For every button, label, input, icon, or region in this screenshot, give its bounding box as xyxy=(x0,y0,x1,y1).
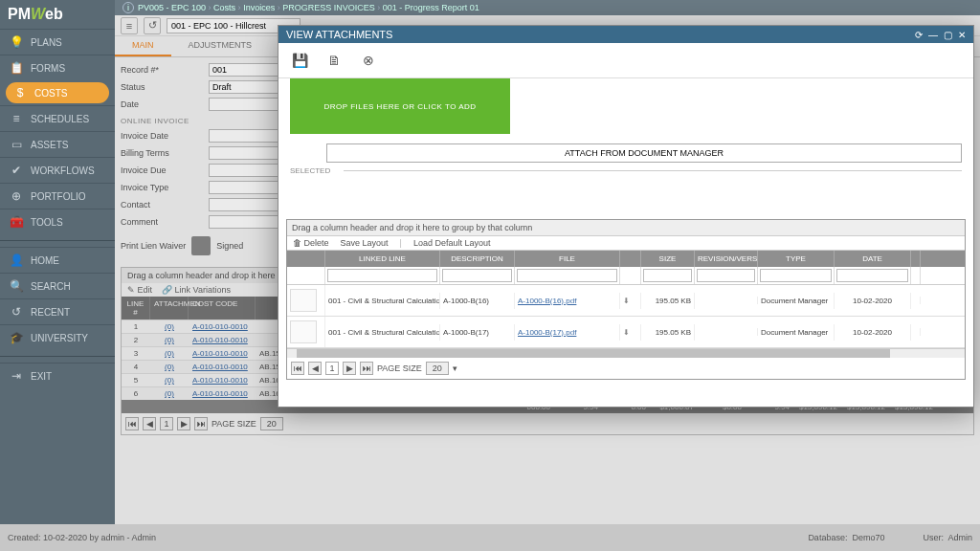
schedules-icon: ≡ xyxy=(10,112,23,125)
nav-portfolio[interactable]: ⊕PORTFOLIO xyxy=(0,183,115,209)
view-attachments-modal: VIEW ATTACHMENTS ⟳ — ▢ ✕ 💾 🗎 ⊗ DROP FILE… xyxy=(278,25,974,408)
undo-icon[interactable]: ↺ xyxy=(144,17,161,34)
file-link[interactable]: A-1000-B(16).pdf xyxy=(518,297,576,305)
university-icon: 🎓 xyxy=(10,331,23,344)
nav-assets[interactable]: ▭ASSETS xyxy=(0,131,115,157)
edit-button[interactable]: ✎ Edit xyxy=(127,285,152,295)
tab-main[interactable]: MAIN xyxy=(115,36,171,56)
minimize-icon[interactable]: — xyxy=(928,30,938,40)
modal-pager-page: 1 xyxy=(325,362,339,375)
modal-title: VIEW ATTACHMENTS xyxy=(286,29,392,40)
breadcrumb-item[interactable]: PV005 - EPC 100 xyxy=(138,3,206,12)
breadcrumb-item[interactable]: Invoices xyxy=(243,3,275,12)
close-icon[interactable]: ✕ xyxy=(958,30,966,40)
nav-plans[interactable]: 💡PLANS xyxy=(0,29,115,55)
file-link[interactable]: A-1000-B(17).pdf xyxy=(518,328,576,337)
footer-created: Created: 10-02-2020 by admin - Admin xyxy=(8,533,156,542)
cancel-icon[interactable]: ⊗ xyxy=(359,51,378,70)
page-size[interactable]: 20 xyxy=(260,417,283,430)
nav-search[interactable]: 🔍SEARCH xyxy=(0,273,115,298)
modal-pager-first[interactable]: ⏮ xyxy=(291,362,304,375)
assets-icon: ▭ xyxy=(10,138,23,151)
info-icon[interactable]: i xyxy=(122,2,134,13)
breadcrumb: i PV005 - EPC 100 › Costs › Invoices › P… xyxy=(115,0,980,15)
tab-adjustments[interactable]: ADJUSTMENTS xyxy=(171,36,270,56)
attachment-row[interactable]: 001 - Civil & Structural CalculatioA-100… xyxy=(287,317,965,348)
breadcrumb-item[interactable]: 001 - Progress Report 01 xyxy=(383,3,479,12)
signed-label: Signed xyxy=(216,241,243,251)
filter-linked-line[interactable] xyxy=(327,269,437,282)
filter-revision[interactable] xyxy=(697,269,755,282)
download-icon[interactable]: ⬇ xyxy=(620,324,641,341)
tools-icon: 🧰 xyxy=(10,215,23,229)
load-layout-button[interactable]: Load Default Layout xyxy=(413,238,491,248)
home-icon: 👤 xyxy=(10,253,23,267)
print-lien-label: Print Lien Waiver xyxy=(121,241,186,251)
delete-button[interactable]: 🗑 Delete xyxy=(293,238,329,248)
pager-page: 1 xyxy=(160,417,173,430)
filter-file[interactable] xyxy=(517,269,617,282)
costs-icon: $ xyxy=(13,86,27,99)
download-icon[interactable]: ⬇ xyxy=(620,293,641,309)
horizontal-scrollbar[interactable] xyxy=(287,348,965,358)
attachments-grid: Drag a column header and drop it here to… xyxy=(286,219,966,380)
date-label: Date xyxy=(121,99,209,109)
recent-icon: ↺ xyxy=(10,305,23,319)
nav-university[interactable]: 🎓UNIVERSITY xyxy=(0,324,115,350)
selected-label: SELECTED xyxy=(290,166,330,175)
nav-home[interactable]: 👤HOME xyxy=(0,247,115,273)
breadcrumb-item[interactable]: PROGRESS INVOICES xyxy=(282,3,375,12)
dropzone[interactable]: DROP FILES HERE OR CLICK TO ADD xyxy=(290,78,510,134)
search-icon: 🔍 xyxy=(10,279,23,293)
modal-pager-last[interactable]: ⏭ xyxy=(360,362,373,375)
nav-recent[interactable]: ↺RECENT xyxy=(0,298,115,324)
portfolio-icon: ⊕ xyxy=(10,189,23,203)
filter-size[interactable] xyxy=(643,269,692,282)
pager-next[interactable]: ▶ xyxy=(177,417,190,430)
filter-description[interactable] xyxy=(442,269,512,282)
attachment-row[interactable]: 001 - Civil & Structural CalculatioA-100… xyxy=(287,285,965,317)
status-label: Status xyxy=(121,82,209,92)
filter-type[interactable] xyxy=(760,269,832,282)
menu-icon[interactable]: ≡ xyxy=(121,17,138,34)
nav-workflows[interactable]: ✔WORKFLOWS xyxy=(0,157,115,183)
left-nav: PMWeb 💡PLANS📋FORMS$COSTS≡SCHEDULES▭ASSET… xyxy=(0,0,115,551)
print-icon[interactable] xyxy=(191,236,211,255)
pager-first[interactable]: ⏮ xyxy=(125,417,139,430)
refresh-icon[interactable]: ⟳ xyxy=(915,30,923,40)
grid-group-hint: Drag a column header and drop it here to… xyxy=(287,220,965,235)
breadcrumb-item[interactable]: Costs xyxy=(213,3,235,12)
nav-tools[interactable]: 🧰TOOLS xyxy=(0,209,115,234)
modal-pager-next[interactable]: ▶ xyxy=(343,362,356,375)
nav-costs[interactable]: $COSTS xyxy=(6,82,109,103)
modal-pager-prev[interactable]: ◀ xyxy=(308,362,322,375)
attach-from-dm-button[interactable]: ATTACH FROM DOCUMENT MANAGER xyxy=(326,143,962,163)
link-variations-button[interactable]: 🔗 Link Variations xyxy=(162,285,231,295)
plans-icon: 💡 xyxy=(10,35,23,49)
thumbnail-icon xyxy=(290,320,317,343)
forms-icon: 📋 xyxy=(10,61,23,75)
nav-forms[interactable]: 📋FORMS xyxy=(0,55,115,80)
maximize-icon[interactable]: ▢ xyxy=(944,30,952,40)
logo: PMWeb xyxy=(0,0,115,29)
thumbnail-icon xyxy=(290,289,317,312)
pager-prev[interactable]: ◀ xyxy=(143,417,156,430)
save-layout-button[interactable]: Save Layout xyxy=(341,238,389,248)
pager-last[interactable]: ⏭ xyxy=(194,417,208,430)
filter-date[interactable] xyxy=(836,269,908,282)
workflows-icon: ✔ xyxy=(10,164,23,177)
record-label: Record #* xyxy=(121,65,209,75)
nav-exit[interactable]: ⇥EXIT xyxy=(0,363,115,388)
exit-icon: ⇥ xyxy=(10,369,23,383)
modal-page-size[interactable]: 20 xyxy=(426,362,449,375)
footer: Created: 10-02-2020 by admin - Admin Dat… xyxy=(0,524,980,551)
new-icon[interactable]: 🗎 xyxy=(324,51,344,70)
nav-schedules[interactable]: ≡SCHEDULES xyxy=(0,105,115,131)
save-icon[interactable]: 💾 xyxy=(290,51,309,70)
